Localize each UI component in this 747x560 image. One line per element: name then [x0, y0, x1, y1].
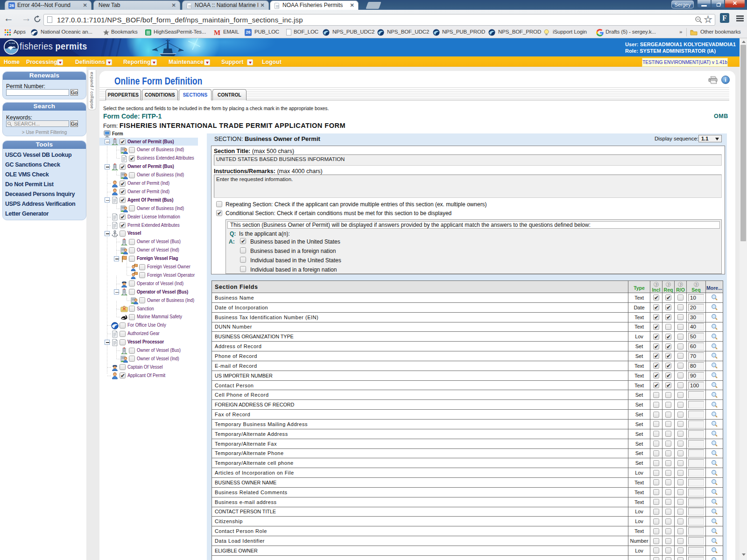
svg-text:M: M [214, 29, 220, 36]
